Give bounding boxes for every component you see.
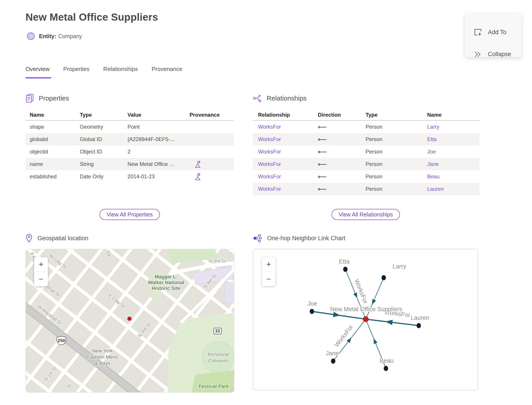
view-all-properties-button[interactable]: View All Properties (100, 209, 160, 220)
property-name: shape (26, 124, 80, 130)
relationship-row: WorksFor⟵PersonLauren (253, 183, 479, 195)
link-chart-title: One-hop Neighbor Link Chart (267, 235, 345, 242)
col-type: Type (366, 112, 427, 118)
chart-zoom-in-button[interactable]: + (262, 257, 276, 272)
relationship-type-link[interactable]: WorksFor (253, 161, 318, 167)
poi-label: Coliseum (208, 358, 228, 363)
relationships-table-header: Relationship Direction Type Name (253, 110, 479, 121)
chart-node-label: Etta (339, 258, 350, 265)
related-entity-type: Person (366, 173, 427, 180)
related-entity-link[interactable]: Lauren (427, 186, 479, 192)
map-pin-icon (26, 234, 33, 243)
edge-label: WorksFor (333, 324, 354, 348)
poi-label: Maggie L. (155, 274, 177, 279)
tab-properties[interactable]: Properties (63, 66, 90, 78)
link-chart-header: One-hop Neighbor Link Chart (253, 233, 345, 243)
map-zoom-out-button[interactable]: − (34, 272, 48, 287)
property-type: Geometry (80, 124, 127, 130)
chart-node-jane[interactable] (331, 359, 335, 364)
relationship-direction: ⟵ (318, 185, 366, 193)
relationship-direction: ⟵ (318, 123, 366, 131)
relationship-type-link[interactable]: WorksFor (253, 148, 318, 155)
properties-section-header: Properties (26, 93, 234, 103)
map-marker[interactable] (127, 317, 132, 321)
chart-zoom-out-button[interactable]: − (262, 272, 276, 286)
chart-node-label: Larry (392, 263, 406, 270)
add-to-button[interactable]: Add To (474, 28, 506, 36)
provenance-flag-icon[interactable] (194, 160, 201, 168)
properties-table-header: Name Type Value Provenance (26, 110, 234, 121)
relationships-table: Relationship Direction Type Name WorksFo… (253, 110, 479, 195)
tab-bar: Overview Properties Relationships Proven… (26, 66, 182, 78)
col-provenance: Provenance (190, 112, 234, 118)
svg-text:250: 250 (58, 338, 65, 343)
property-provenance (190, 173, 234, 181)
related-entity-link[interactable]: Larry (427, 124, 479, 130)
property-value: {A228944F-0EF5-... (127, 136, 190, 142)
tab-relationships[interactable]: Relationships (103, 66, 138, 78)
property-row: shapeGeometryPoint (26, 121, 234, 133)
col-name: Name (427, 112, 479, 118)
relationship-type-link[interactable]: WorksFor (253, 124, 318, 130)
edge-arrow-lauren (385, 320, 392, 325)
relationship-type-link[interactable]: WorksFor (253, 173, 318, 180)
add-to-icon (474, 28, 482, 36)
geospatial-title: Geospatial location (37, 235, 88, 242)
related-entity-link[interactable]: Joe (427, 148, 479, 155)
map-zoom-control: + − (34, 257, 48, 286)
tab-provenance[interactable]: Provenance (152, 66, 182, 78)
provenance-flag-icon[interactable] (194, 173, 201, 181)
chart-center-label: New Metal Office Suppliers (330, 306, 402, 312)
map-zoom-in-button[interactable]: + (34, 257, 48, 272)
geospatial-map[interactable]: k Rd W Clay St Sa arshall St W Marshall … (26, 249, 234, 392)
related-entity-type: Person (366, 124, 427, 130)
edge-arrow-joe (333, 312, 340, 317)
relationship-type-link[interactable]: WorksFor (253, 186, 318, 192)
entity-label: Entity: (39, 33, 56, 40)
related-entity-link[interactable]: Jane (427, 161, 479, 167)
chart-node-beau[interactable] (384, 366, 388, 371)
related-entity-link[interactable]: Etta (427, 136, 479, 142)
related-entity-link[interactable]: Beau (427, 173, 479, 180)
relationships-section-title: Relationships (267, 94, 306, 102)
chevrons-right-icon (474, 51, 482, 58)
chart-node-lauren[interactable] (417, 323, 421, 328)
edge-arrow-jane (347, 338, 352, 343)
poi-label: & Boys (95, 360, 110, 366)
view-all-relationships-button[interactable]: View All Relationships (332, 209, 400, 220)
property-value: New Metal Office ... (127, 161, 190, 167)
chart-center-node[interactable] (363, 316, 369, 322)
chart-node-etta[interactable] (343, 267, 348, 272)
page-title: New Metal Office Suppliers (26, 11, 158, 23)
relationship-row: WorksFor⟵PersonJane (253, 158, 479, 170)
edge-label: WorksFor (353, 278, 369, 304)
entity-type: Company (58, 33, 82, 40)
col-relationship: Relationship (253, 112, 318, 118)
chart-node-label: Lauren (411, 315, 429, 321)
route-shield-250: 250 (57, 337, 66, 345)
link-chart[interactable]: WorksForWorksForWorksForEttaLarryJoeLaur… (253, 249, 478, 390)
related-entity-type: Person (366, 136, 427, 142)
property-name: name (26, 161, 80, 167)
property-row: establishedDate Only2014-01-23 (26, 170, 234, 183)
entity-overview-page: New Metal Office Suppliers Entity: Compa… (0, 0, 532, 405)
tab-overview[interactable]: Overview (26, 66, 49, 78)
relationships-icon (253, 94, 262, 103)
relationship-direction: ⟵ (318, 173, 366, 180)
svg-text:33: 33 (215, 329, 220, 333)
add-to-label: Add To (488, 29, 506, 36)
property-type: Object ID (80, 148, 127, 155)
relationship-row: WorksFor⟵PersonBeau (253, 170, 479, 183)
relationships-rows: WorksFor⟵PersonLarryWorksFor⟵PersonEttaW… (253, 121, 479, 195)
related-entity-type: Person (366, 148, 427, 155)
poi-label: New York (92, 348, 113, 354)
relationship-type-link[interactable]: WorksFor (253, 136, 318, 142)
chart-node-joe[interactable] (310, 309, 314, 314)
col-name: Name (26, 112, 80, 118)
collapse-button[interactable]: Collapse (474, 51, 511, 58)
edge-arrow-beau (373, 338, 377, 344)
relationship-direction: ⟵ (318, 161, 366, 168)
chart-node-larry[interactable] (381, 275, 386, 280)
relationships-section: Relationships Relationship Direction Typ… (253, 93, 479, 195)
map-canvas: k Rd W Clay St Sa arshall St W Marshall … (26, 249, 234, 392)
